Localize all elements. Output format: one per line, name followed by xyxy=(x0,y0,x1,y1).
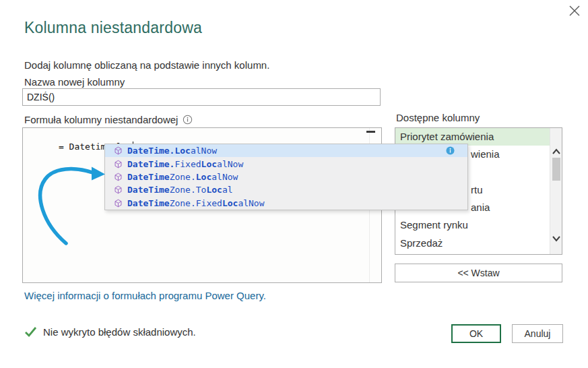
autocomplete-item[interactable]: DateTime.LocalNow xyxy=(105,144,467,157)
page-title: Kolumna niestandardowa xyxy=(24,19,202,37)
ok-button-label: OK xyxy=(469,328,483,339)
info-icon[interactable] xyxy=(183,115,193,125)
autocomplete-item[interactable]: DateTimeZone.ToLocal xyxy=(105,183,467,196)
column-item[interactable]: Sprzedaż xyxy=(395,235,550,252)
close-icon[interactable] xyxy=(567,3,582,18)
autocomplete-item[interactable]: DateTimeZone.LocalNow xyxy=(105,171,467,183)
new-column-name-input[interactable] xyxy=(22,88,381,106)
cube-icon xyxy=(105,173,127,181)
scroll-up-icon[interactable] xyxy=(552,146,561,152)
listbox-scrollbar[interactable] xyxy=(550,128,562,254)
autocomplete-item[interactable]: DateTime.FixedLocalNow xyxy=(105,157,467,170)
autocomplete-dropdown: DateTime.LocalNowDateTime.FixedLocalNowD… xyxy=(104,144,468,210)
info-icon[interactable] xyxy=(446,146,455,155)
check-icon xyxy=(24,326,37,338)
power-query-help-link[interactable]: Więcej informacji o formułach programu P… xyxy=(24,290,266,301)
autocomplete-list: DateTime.LocalNowDateTime.FixedLocalNowD… xyxy=(105,144,467,210)
formula-label: Formuła kolumny niestandardowej xyxy=(24,114,178,125)
cancel-button-label: Anuluj xyxy=(525,328,551,339)
insert-button[interactable]: << Wstaw xyxy=(395,264,562,282)
ok-button[interactable]: OK xyxy=(451,324,501,343)
scroll-down-icon[interactable] xyxy=(552,233,561,239)
cube-icon xyxy=(105,160,127,168)
scrollbar-thumb[interactable] xyxy=(552,158,560,181)
custom-column-dialog: Kolumna niestandardowa Dodaj kolumnę obl… xyxy=(0,0,588,368)
status-text: Nie wykryto błędów składniowych. xyxy=(43,326,196,338)
cube-icon xyxy=(105,185,127,194)
dialog-subtitle: Dodaj kolumnę obliczaną na podstawie inn… xyxy=(24,59,269,71)
new-column-name-label: Nazwa nowej kolumny xyxy=(24,76,125,88)
cube-icon xyxy=(105,146,127,155)
syntax-status: Nie wykryto błędów składniowych. xyxy=(24,326,196,338)
formula-scrollbar-top[interactable] xyxy=(366,131,375,133)
available-columns-label: Dostępne kolumny xyxy=(396,112,480,123)
insert-button-label: << Wstaw xyxy=(457,268,499,278)
column-item[interactable]: Rabat procentowy xyxy=(395,252,550,255)
column-item[interactable]: Segment rynku xyxy=(395,216,550,234)
cancel-button[interactable]: Anuluj xyxy=(512,324,563,343)
autocomplete-item[interactable]: DateTimeZone.FixedLocalNow xyxy=(105,197,467,210)
cube-icon xyxy=(105,199,127,208)
